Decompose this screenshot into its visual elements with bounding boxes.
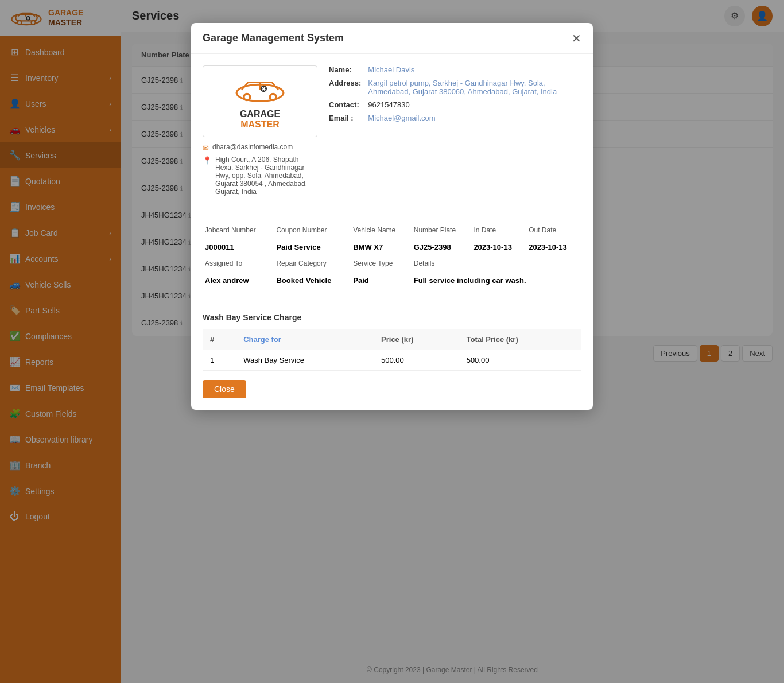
in-date-value: 2023-10-13 bbox=[471, 238, 526, 257]
company-section: GARAGE MASTER ✉ dhara@dasinfomedia.com 📍… bbox=[203, 65, 581, 211]
svg-point-17 bbox=[271, 95, 275, 99]
charge-num: 1 bbox=[203, 350, 237, 371]
company-logo-box: GARAGE MASTER bbox=[203, 65, 317, 137]
job-table: Jobcard Number Coupon Number Vehicle Nam… bbox=[203, 223, 581, 289]
location-icon: 📍 bbox=[203, 156, 212, 165]
company-car-svg bbox=[231, 73, 289, 104]
customer-info: Name: Michael Davis Address: Kargil petr… bbox=[329, 65, 581, 199]
col-jobcard-number: Jobcard Number bbox=[203, 223, 274, 238]
charge-table: # Charge for Price (kr) Total Price (kr)… bbox=[203, 329, 581, 371]
jobcard-number-value: J000011 bbox=[203, 238, 274, 257]
charge-col-hash: # bbox=[203, 329, 237, 350]
col-number-plate: Number Plate bbox=[412, 223, 472, 238]
email-icon: ✉ bbox=[203, 143, 209, 152]
charge-row: 1 Wash Bay Service 500.00 500.00 bbox=[203, 350, 581, 371]
vehicle-name-value: BMW X7 bbox=[351, 238, 412, 257]
col-out-date: Out Date bbox=[526, 223, 581, 238]
job-details-section: Jobcard Number Coupon Number Vehicle Nam… bbox=[203, 223, 581, 301]
modal-header: Garage Management System ✕ bbox=[191, 23, 593, 54]
details-value: Full service including car wash. bbox=[412, 271, 581, 290]
charge-total-price-value: 500.00 bbox=[460, 350, 581, 371]
number-plate-value: GJ25-2398 bbox=[412, 238, 472, 257]
col-details: Details bbox=[412, 256, 581, 271]
charge-for-value: Wash Bay Service bbox=[236, 350, 374, 371]
coupon-number-value: Paid Service bbox=[274, 238, 351, 257]
col-assigned-to: Assigned To bbox=[203, 256, 274, 271]
service-charges-section: Wash Bay Service Charge # Charge for Pri… bbox=[203, 313, 581, 371]
modal-overlay[interactable]: Garage Management System ✕ bbox=[0, 0, 784, 683]
repair-category-value: Booked Vehicle bbox=[274, 271, 351, 290]
col-service-type: Service Type bbox=[351, 256, 412, 271]
charge-col-total-price: Total Price (kr) bbox=[460, 329, 581, 350]
svg-point-15 bbox=[245, 95, 249, 99]
company-logo-text: GARAGE MASTER bbox=[210, 109, 310, 130]
col-coupon-number: Coupon Number bbox=[274, 223, 351, 238]
modal-close-button[interactable]: ✕ bbox=[572, 33, 581, 44]
assigned-to-value: Alex andrew bbox=[203, 271, 274, 290]
charge-price-value: 500.00 bbox=[374, 350, 460, 371]
service-charge-title: Wash Bay Service Charge bbox=[203, 313, 581, 322]
modal-body: GARAGE MASTER ✉ dhara@dasinfomedia.com 📍… bbox=[191, 54, 593, 410]
col-vehicle-name: Vehicle Name bbox=[351, 223, 412, 238]
charge-col-charge-for: Charge for bbox=[236, 329, 374, 350]
out-date-value: 2023-10-13 bbox=[526, 238, 581, 257]
service-type-value: Paid bbox=[351, 271, 412, 290]
col-in-date: In Date bbox=[471, 223, 526, 238]
customer-info-grid: Name: Michael Davis Address: Kargil petr… bbox=[329, 65, 581, 122]
col-repair-category: Repair Category bbox=[274, 256, 351, 271]
company-contact-info: ✉ dhara@dasinfomedia.com 📍 High Court, A… bbox=[203, 143, 317, 196]
charge-col-price: Price (kr) bbox=[374, 329, 460, 350]
modal-title: Garage Management System bbox=[203, 32, 344, 44]
company-logo-area: GARAGE MASTER ✉ dhara@dasinfomedia.com 📍… bbox=[203, 65, 317, 199]
close-modal-button[interactable]: Close bbox=[203, 380, 246, 398]
garage-management-modal: Garage Management System ✕ bbox=[191, 23, 593, 410]
